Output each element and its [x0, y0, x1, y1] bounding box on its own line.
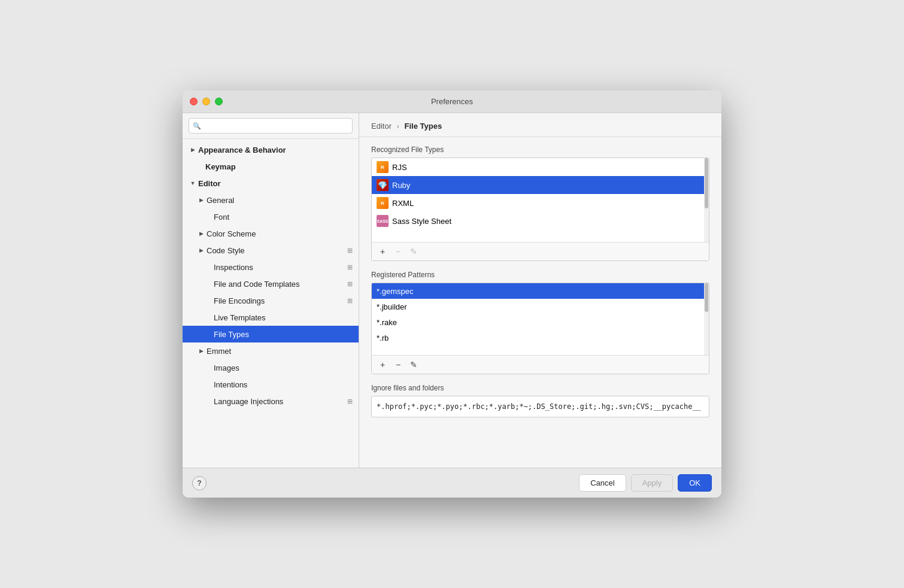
copy-icon: ⊞ — [347, 280, 353, 288]
arrow-icon — [197, 347, 205, 355]
help-button[interactable]: ? — [192, 476, 207, 490]
list-item[interactable]: *.rb — [372, 330, 709, 345]
apply-button[interactable]: Apply — [631, 474, 674, 492]
main-content: 🔍 Appearance & Behavior Keymap — [183, 113, 721, 468]
sidebar-item-label: File Encodings — [214, 296, 344, 305]
sidebar-item-filetemplates[interactable]: File and Code Templates ⊞ — [183, 275, 359, 292]
list-item-label: Ruby — [392, 181, 410, 190]
sidebar-item-livetemplates[interactable]: Live Templates — [183, 309, 359, 326]
file-type-icon: R — [377, 197, 389, 209]
breadcrumb: Editor › File Types — [371, 122, 709, 131]
remove-pattern-button[interactable]: − — [391, 358, 405, 371]
sidebar-item-label: Appearance & Behavior — [198, 146, 353, 154]
minimize-button[interactable] — [202, 98, 210, 105]
sidebar-tree: Appearance & Behavior Keymap Editor Gene… — [183, 139, 359, 468]
list-item[interactable]: *.gemspec — [372, 283, 709, 299]
sidebar-item-appearance[interactable]: Appearance & Behavior — [183, 141, 359, 158]
list-item-label: RJS — [392, 163, 407, 172]
sidebar-item-intentions[interactable]: Intentions — [183, 376, 359, 393]
sidebar-item-fileencodings[interactable]: File Encodings ⊞ — [183, 292, 359, 309]
recognized-section-label: Recognized File Types — [371, 146, 709, 154]
registered-list-box: *.gemspec *.jbuilder *.rake — [371, 283, 709, 374]
arrow-icon — [197, 229, 205, 238]
sidebar-item-label: Keymap — [205, 162, 353, 171]
footer-right: Cancel Apply OK — [579, 474, 712, 492]
list-item[interactable]: *.rake — [372, 314, 709, 330]
scrollbar-track[interactable] — [704, 283, 709, 355]
sidebar-item-label: Language Injections — [214, 397, 344, 406]
recognized-toolbar: + − ✎ — [372, 242, 709, 260]
registered-toolbar: + − ✎ — [372, 355, 709, 374]
scrollbar-thumb — [705, 158, 708, 208]
registered-section: Registered Patterns *.gemspec *.jbuilder — [371, 271, 709, 374]
sidebar-item-label: Editor — [198, 179, 353, 188]
list-item-label: *.gemspec — [377, 287, 413, 296]
recognized-list-inner: R RJS 💎 Ruby R RXML — [372, 158, 709, 242]
sidebar-item-label: File and Code Templates — [214, 280, 344, 289]
list-item[interactable]: *.jbuilder — [372, 299, 709, 314]
sidebar-item-label: Emmet — [207, 347, 353, 356]
list-item[interactable]: 💎 Ruby — [372, 176, 709, 194]
ok-button[interactable]: OK — [678, 474, 712, 492]
search-container: 🔍 — [183, 113, 359, 139]
breadcrumb-separator: › — [397, 122, 399, 131]
copy-icon: ⊞ — [347, 247, 353, 254]
sidebar-item-label: Live Templates — [214, 313, 353, 322]
list-item-label: *.rb — [377, 334, 389, 343]
sidebar-item-label: Font — [214, 213, 353, 222]
sidebar-item-editor[interactable]: Editor — [183, 175, 359, 192]
sidebar-item-label: Images — [214, 363, 353, 372]
list-item[interactable]: R RJS — [372, 158, 709, 176]
panel-content: Recognized File Types R RJS 💎 Ruby — [359, 137, 721, 468]
sidebar-item-filetypes[interactable]: File Types — [183, 326, 359, 343]
sidebar-item-label: Intentions — [214, 380, 353, 389]
breadcrumb-parent: Editor — [371, 122, 392, 131]
sidebar: 🔍 Appearance & Behavior Keymap — [183, 113, 359, 468]
sidebar-item-label: File Types — [214, 330, 353, 339]
sidebar-item-label: Code Style — [207, 246, 344, 255]
copy-icon: ⊞ — [347, 398, 353, 405]
titlebar: Preferences — [183, 90, 721, 113]
edit-button[interactable]: ✎ — [407, 245, 421, 258]
list-item[interactable]: R RXML — [372, 194, 709, 212]
list-item-label: RXML — [392, 199, 414, 208]
cancel-button[interactable]: Cancel — [579, 474, 626, 492]
sidebar-item-label: Inspections — [214, 263, 344, 272]
copy-icon: ⊞ — [347, 263, 353, 271]
edit-pattern-button[interactable]: ✎ — [407, 358, 421, 371]
recognized-list-box: R RJS 💎 Ruby R RXML — [371, 157, 709, 261]
sidebar-item-general[interactable]: General — [183, 192, 359, 208]
arrow-icon — [197, 196, 205, 204]
list-item[interactable]: SASS Sass Style Sheet — [372, 212, 709, 230]
sidebar-item-colorscheme[interactable]: Color Scheme — [183, 225, 359, 242]
sidebar-item-emmet[interactable]: Emmet — [183, 343, 359, 359]
scrollbar-track[interactable] — [704, 158, 709, 242]
sidebar-item-label: General — [207, 196, 353, 205]
panel-header: Editor › File Types — [359, 113, 721, 137]
file-type-icon: R — [377, 161, 389, 173]
search-icon: 🔍 — [193, 122, 201, 130]
sidebar-item-font[interactable]: Font — [183, 208, 359, 225]
sidebar-item-keymap[interactable]: Keymap — [183, 158, 359, 175]
copy-icon: ⊞ — [347, 297, 353, 305]
sidebar-item-inspections[interactable]: Inspections ⊞ — [183, 259, 359, 275]
list-item-label: Sass Style Sheet — [392, 217, 451, 226]
recognized-section: Recognized File Types R RJS 💎 Ruby — [371, 146, 709, 261]
close-button[interactable] — [190, 98, 198, 105]
footer: ? Cancel Apply OK — [183, 468, 721, 498]
sidebar-item-label: Color Scheme — [207, 229, 353, 238]
add-pattern-button[interactable]: + — [375, 358, 390, 371]
sidebar-item-codestyle[interactable]: Code Style ⊞ — [183, 242, 359, 259]
maximize-button[interactable] — [215, 98, 223, 105]
arrow-icon — [189, 179, 197, 187]
sidebar-item-langinjections[interactable]: Language Injections ⊞ — [183, 393, 359, 410]
traffic-lights — [190, 98, 223, 105]
file-type-icon: SASS — [377, 215, 389, 227]
search-wrapper: 🔍 — [189, 118, 353, 134]
remove-button[interactable]: − — [391, 245, 405, 258]
sidebar-item-images[interactable]: Images — [183, 359, 359, 376]
ignore-input[interactable] — [371, 396, 709, 417]
window-title: Preferences — [431, 97, 473, 106]
search-input[interactable] — [189, 118, 353, 134]
add-button[interactable]: + — [375, 245, 390, 258]
